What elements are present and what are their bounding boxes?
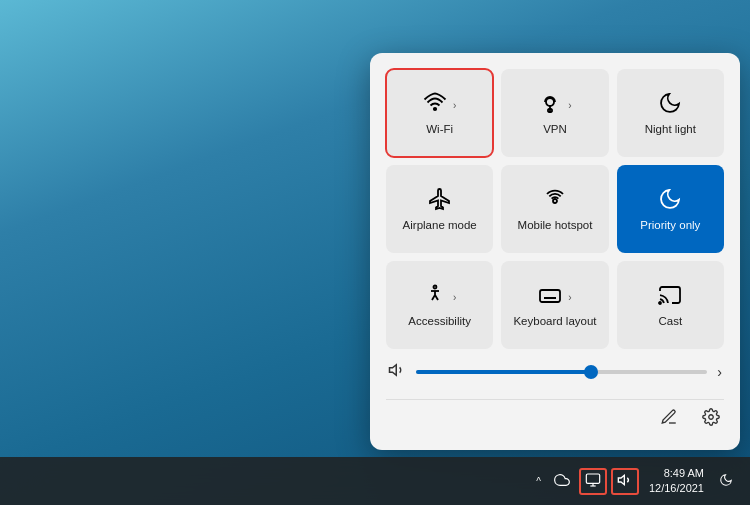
keyboard-icon [538,283,562,311]
svg-rect-9 [586,474,599,483]
wifi-label: Wi-Fi [426,123,453,137]
night-light-tile-top [623,91,718,119]
taskbar-network-icon[interactable] [579,468,607,495]
accessibility-chevron: › [453,292,456,303]
settings-icon[interactable] [698,404,724,434]
night-light-label: Night light [645,123,696,137]
keyboard-label: Keyboard layout [513,315,596,329]
svg-point-1 [546,98,554,106]
panel-footer [386,399,724,434]
vpn-tile[interactable]: › VPN [501,69,608,157]
volume-expand-icon[interactable]: › [717,364,722,380]
taskbar-moon-icon[interactable] [714,469,738,494]
vpn-chevron: › [568,100,571,111]
quick-settings-panel: › Wi-Fi › VPN [370,53,740,450]
priority-tile-top [623,187,718,215]
systray-expand-icon[interactable]: ^ [532,472,545,491]
airplane-tile[interactable]: Airplane mode [386,165,493,253]
priority-label: Priority only [640,219,700,233]
svg-point-6 [659,302,661,304]
night-light-icon [658,91,682,119]
hotspot-icon [543,187,567,215]
taskbar-date-text: 12/16/2021 [649,481,704,496]
vpn-icon [538,91,562,119]
svg-point-0 [434,108,436,110]
edit-icon[interactable] [656,404,682,434]
accessibility-tile[interactable]: › Accessibility [386,261,493,349]
wifi-chevron: › [453,100,456,111]
priority-tile[interactable]: Priority only [617,165,724,253]
keyboard-chevron: › [568,292,571,303]
taskbar: ^ 8:49 AM 12/16/2021 [0,457,750,505]
svg-point-8 [709,415,714,420]
vpn-label: VPN [543,123,567,137]
priority-icon [658,187,682,215]
keyboard-tile[interactable]: › Keyboard layout [501,261,608,349]
svg-rect-5 [540,290,560,302]
volume-icon [388,361,406,383]
taskbar-clock[interactable]: 8:49 AM 12/16/2021 [643,466,710,497]
accessibility-tile-top: › [392,283,487,311]
hotspot-tile[interactable]: Mobile hotspot [501,165,608,253]
svg-marker-7 [390,365,397,376]
svg-point-3 [553,199,557,203]
hotspot-tile-top [507,187,602,215]
hotspot-label: Mobile hotspot [518,219,593,233]
taskbar-volume-icon[interactable] [611,468,639,495]
vpn-tile-top: › [507,91,602,119]
svg-point-4 [433,286,436,289]
wifi-icon [423,91,447,119]
accessibility-icon [423,283,447,311]
accessibility-label: Accessibility [408,315,471,329]
cast-tile-top [623,283,718,311]
cast-tile[interactable]: Cast [617,261,724,349]
airplane-tile-top [392,187,487,215]
cast-icon [658,283,682,311]
night-light-tile[interactable]: Night light [617,69,724,157]
systray: ^ 8:49 AM 12/16/2021 [532,466,738,497]
volume-row: › [386,357,724,387]
keyboard-tile-top: › [507,283,602,311]
volume-thumb [584,365,598,379]
taskbar-time-text: 8:49 AM [664,466,704,481]
volume-slider[interactable] [416,370,707,374]
airplane-label: Airplane mode [403,219,477,233]
wifi-tile-top: › [392,91,487,119]
tiles-grid: › Wi-Fi › VPN [386,69,724,349]
cast-label: Cast [659,315,683,329]
airplane-icon [428,187,452,215]
svg-marker-10 [618,475,624,484]
taskbar-weather-icon[interactable] [549,468,575,495]
volume-fill [416,370,591,374]
wifi-tile[interactable]: › Wi-Fi [386,69,493,157]
